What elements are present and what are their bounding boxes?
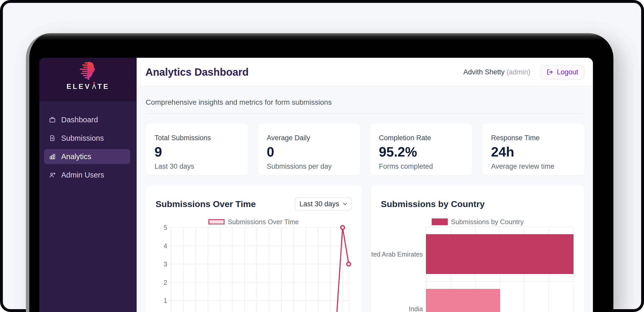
logout-icon [547, 69, 553, 75]
bar-chart-icon [49, 153, 56, 160]
svg-text:5: 5 [164, 225, 167, 231]
stat-value: 0 [267, 145, 352, 159]
user-name: Advith Shetty [463, 68, 505, 76]
briefcase-icon [49, 116, 56, 123]
stat-card-total-submissions: Total Submissions 9 Last 30 days [146, 124, 248, 175]
sidebar-nav: Dashboard Submissions Analytics [39, 101, 137, 186]
time-range-select[interactable]: Last 30 days [295, 197, 352, 210]
stat-value: 95.2% [379, 145, 464, 159]
stat-card-response-time: Response Time 24h Average review time [482, 124, 585, 175]
stat-label: Total Submissions [155, 134, 239, 141]
sidebar-item-submissions[interactable]: Submissions [44, 131, 130, 146]
sidebar: ELEV TE Dashboard [39, 58, 137, 312]
line-chart-legend[interactable]: Submissions Over Time [146, 219, 362, 225]
bar-chart-legend[interactable]: Submissions by Country [371, 219, 584, 225]
charts-row: Submissions Over Time Last 30 days Submi… [146, 186, 585, 312]
divider [146, 114, 585, 114]
main-area: Analytics Dashboard Advith Shetty (admin… [137, 58, 593, 312]
brand-logo-section: ELEV TE [39, 58, 137, 101]
user-info: Advith Shetty (admin) [463, 68, 530, 76]
stat-card-average-daily: Average Daily 0 Submissions per day [258, 124, 360, 175]
submissions-over-time-card: Submissions Over Time Last 30 days Submi… [146, 186, 362, 312]
sidebar-item-label: Admin Users [61, 171, 104, 179]
brand-text-prefix: ELEV [66, 83, 91, 90]
stat-caption: Average review time [491, 163, 576, 170]
bar-chart[interactable]: United Arab EmiratesIndia [371, 225, 584, 312]
stat-label: Response Time [491, 134, 576, 141]
brand-text-suffix: TE [97, 83, 110, 90]
sidebar-item-label: Submissions [61, 134, 104, 143]
page-body: Comprehensive insights and metrics for f… [137, 87, 593, 312]
svg-text:1: 1 [164, 297, 167, 304]
sidebar-item-dashboard[interactable]: Dashboard [44, 112, 130, 127]
brand-wordmark: ELEV TE [66, 82, 109, 90]
user-role: (admin) [507, 68, 530, 76]
svg-text:2: 2 [164, 279, 167, 286]
stat-label: Average Daily [267, 134, 352, 141]
stat-caption: Forms completed [379, 163, 464, 170]
svg-text:3: 3 [164, 260, 167, 268]
chart-title: Submissions by Country [381, 199, 485, 209]
stats-row: Total Submissions 9 Last 30 days Average… [146, 124, 585, 175]
sidebar-item-analytics[interactable]: Analytics [44, 149, 130, 164]
card-head: Submissions by Country [381, 197, 575, 211]
legend-swatch [432, 218, 448, 225]
svg-text:India: India [409, 305, 423, 312]
stat-value: 24h [491, 145, 576, 159]
document-icon [49, 135, 56, 141]
line-chart[interactable]: 12345 [146, 225, 362, 312]
logout-button[interactable]: Logout [541, 65, 584, 79]
svg-text:United Arab Emirates: United Arab Emirates [371, 251, 423, 258]
submissions-by-country-card: Submissions by Country Submissions by Co… [371, 186, 584, 312]
brand-face-icon [78, 61, 98, 81]
page-subtitle: Comprehensive insights and metrics for f… [146, 98, 585, 107]
chevron-down-icon [343, 203, 347, 205]
chart-title: Submissions Over Time [156, 199, 256, 209]
legend-label: Submissions by Country [451, 218, 523, 226]
stat-caption: Last 30 days [155, 163, 239, 170]
card-head: Submissions Over Time Last 30 days [156, 197, 352, 211]
sidebar-item-label: Analytics [61, 152, 91, 161]
stat-caption: Submissions per day [267, 163, 352, 170]
sidebar-item-admin-users[interactable]: Admin Users [44, 167, 130, 182]
app-screen: ELEV TE Dashboard [39, 58, 593, 312]
legend-label: Submissions Over Time [228, 218, 299, 226]
svg-text:4: 4 [164, 242, 167, 250]
brand-letter-a-icon [91, 82, 97, 90]
logout-label: Logout [557, 68, 578, 76]
stat-card-completion-rate: Completion Rate 95.2% Forms completed [370, 124, 472, 175]
sidebar-item-label: Dashboard [61, 116, 98, 124]
header-right: Advith Shetty (admin) Logout [463, 65, 584, 79]
page-header: Analytics Dashboard Advith Shetty (admin… [137, 58, 593, 87]
stat-label: Completion Rate [379, 134, 464, 141]
time-range-value: Last 30 days [299, 200, 339, 208]
stat-value: 9 [155, 145, 239, 159]
page-title: Analytics Dashboard [145, 66, 249, 78]
legend-swatch [208, 219, 225, 224]
screenshot-canvas: ELEV TE Dashboard [0, 0, 644, 312]
user-x-icon [49, 172, 56, 178]
